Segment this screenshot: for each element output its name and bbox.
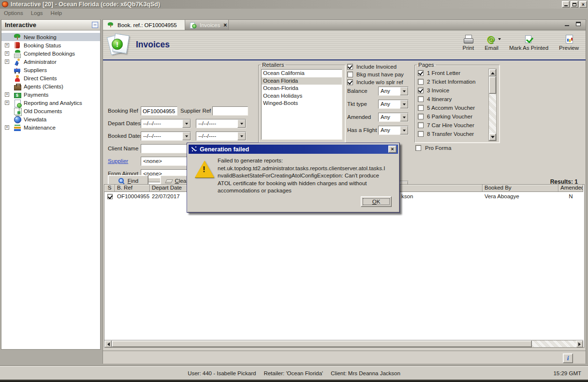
checkbox[interactable] [418, 131, 424, 137]
page-option-6-parking-voucher[interactable]: 6 Parking Voucher [418, 112, 475, 121]
checkbox[interactable] [347, 79, 353, 85]
toolbar-email-button[interactable]: Email [485, 34, 499, 51]
minimize-button[interactable] [562, 1, 570, 8]
flag-include-w-o-splr-ref[interactable]: Include w/o splr ref [347, 78, 404, 86]
dropdown-arrow-icon[interactable] [182, 119, 191, 128]
flag-bkg-must-have-pay[interactable]: Bkg must have pay [347, 71, 404, 78]
sidebar-item-payments[interactable]: + Payments [1, 90, 100, 99]
toolbar-print-button[interactable]: Print [463, 34, 474, 51]
dialog-close-button[interactable]: × [388, 146, 397, 153]
horizontal-scrollbar[interactable] [104, 340, 583, 347]
pro-forma-row[interactable]: Pro Forma [415, 145, 451, 151]
pane-minimize-icon[interactable] [565, 25, 569, 26]
tab-close-icon[interactable]: × [223, 22, 227, 28]
depart-date-to-combo[interactable]: --/--/---- [196, 119, 246, 128]
checkbox[interactable] [418, 79, 424, 85]
maximize-button[interactable] [571, 1, 578, 8]
supplier-link[interactable]: Supplier [108, 157, 128, 164]
dropdown-arrow-icon[interactable] [237, 132, 246, 140]
page-option-8-transfer-voucher[interactable]: 8 Transfer Voucher [418, 130, 475, 138]
scroll-left-button[interactable] [104, 340, 112, 348]
scrollbar-thumb[interactable] [112, 340, 532, 347]
checkbox[interactable] [418, 122, 424, 128]
column-header-booked-by[interactable]: Booked By [483, 185, 559, 192]
tab-book-ref-of10004955[interactable]: Book. ref.: OF10004955 [103, 20, 185, 30]
column-header-depart-date[interactable]: Depart Date [150, 185, 189, 192]
supplier-ref-input[interactable] [212, 106, 248, 116]
sidebar-item-direct-clients[interactable]: + Direct Clients [1, 74, 100, 82]
expand-plus-icon[interactable]: + [5, 125, 9, 130]
page-option-5-accomm-voucher[interactable]: 5 Accomm Voucher [418, 103, 475, 112]
tkt-type-combo[interactable]: Any [378, 100, 409, 109]
retailer-option-ocean-holidays[interactable]: Ocean Holidays [262, 92, 342, 100]
scroll-down-button[interactable] [489, 133, 496, 141]
tab-invoices[interactable]: Invoices × [185, 20, 229, 30]
sidebar-item-reporting-and-analytics[interactable]: + Reporting and Analytics [1, 99, 100, 107]
dropdown-arrow-icon[interactable] [400, 126, 408, 134]
page-option-7-car-hire-voucher[interactable]: 7 Car Hire Voucher [418, 121, 475, 130]
column-header-s[interactable]: S [104, 185, 115, 192]
menu-item-options[interactable]: Options [4, 10, 23, 16]
sidebar-item-administrator[interactable]: + Administrator [1, 58, 100, 66]
dropdown-arrow-icon[interactable] [182, 132, 191, 140]
expand-plus-icon[interactable]: + [5, 101, 9, 105]
checkbox[interactable] [347, 64, 353, 70]
menu-item-help[interactable]: Help [51, 10, 62, 16]
expand-plus-icon[interactable]: + [5, 43, 9, 47]
expand-plus-icon[interactable]: + [5, 51, 9, 56]
row-checkbox[interactable] [107, 194, 113, 199]
scroll-right-button[interactable] [576, 340, 583, 348]
depart-date-from-combo[interactable]: --/--/---- [141, 119, 191, 128]
dropdown-arrow-icon[interactable] [237, 119, 246, 128]
retailer-option-winged-boots[interactable]: Winged-Boots [262, 100, 342, 107]
dropdown-arrow-icon[interactable] [400, 113, 408, 121]
sidebar-item-agents-clients[interactable]: + Agents (Clients) [1, 82, 100, 90]
retailers-listbox[interactable]: Ocean CaliforniaOcean FloridaOcean-Flori… [261, 69, 342, 140]
sidebar-item-suppliers[interactable]: + Suppliers [1, 66, 100, 74]
pro-forma-checkbox[interactable] [415, 145, 421, 151]
checkbox[interactable] [418, 70, 424, 76]
dialog-ok-button[interactable]: OK [361, 196, 392, 207]
toolbar-mark-as-printed-button[interactable]: Mark As Printed [509, 34, 548, 51]
pane-restore-icon[interactable] [576, 22, 581, 26]
sidebar-item-booking-status[interactable]: + Booking Status [1, 41, 100, 49]
column-header-amended[interactable]: Amended [559, 185, 583, 192]
menu-item-logs[interactable]: Logs [31, 10, 43, 16]
toolbar-preview-button[interactable]: Preview [559, 34, 579, 51]
sidebar-collapse-button[interactable]: − [92, 22, 98, 28]
dropdown-arrow-icon[interactable] [400, 100, 408, 108]
sidebar-item-old-documents[interactable]: + Old Documents [1, 107, 100, 115]
dropdown-caret-icon[interactable] [498, 38, 501, 42]
retailer-option-ocean-california[interactable]: Ocean California [262, 70, 342, 77]
sidebar-item-new-booking[interactable]: + New Booking [1, 33, 100, 41]
sidebar-item-viewdata[interactable]: + Viewdata [1, 115, 100, 123]
has-a-flight-combo[interactable]: Any [378, 126, 409, 135]
flag-include-invoiced[interactable]: Include Invoiced [347, 63, 404, 71]
column-header-b-ref[interactable]: B. Ref [115, 185, 150, 192]
checkbox[interactable] [418, 114, 424, 119]
balance-combo[interactable]: Any [378, 87, 409, 96]
row-select-cell[interactable] [104, 194, 115, 199]
scrollbar-thumb[interactable] [489, 76, 496, 94]
checkbox[interactable] [418, 105, 424, 111]
retailer-option-ocean-florida[interactable]: Ocean-Florida [262, 85, 342, 92]
page-option-1-front-letter[interactable]: 1 Front Letter [418, 69, 475, 77]
sidebar-item-maintenance[interactable]: + Maintenance [1, 123, 100, 132]
page-option-2-ticket-information[interactable]: 2 Ticket Information [418, 77, 475, 86]
sidebar-item-completed-bookings[interactable]: + Completed Bookings [1, 49, 100, 58]
checkbox[interactable] [418, 96, 424, 102]
info-button[interactable]: i [563, 353, 573, 363]
expand-plus-icon[interactable]: + [5, 92, 9, 97]
amended-combo[interactable]: Any [378, 113, 409, 122]
page-option-4-itinerary[interactable]: 4 Itinerary [418, 95, 475, 103]
checkbox[interactable] [347, 72, 353, 77]
booking-ref-input[interactable] [141, 106, 177, 116]
scroll-up-button[interactable] [489, 69, 496, 76]
dropdown-arrow-icon[interactable] [400, 87, 408, 95]
close-button[interactable]: × [579, 1, 587, 8]
booked-date-from-combo[interactable]: --/--/---- [141, 132, 191, 141]
pages-scrollbar[interactable] [488, 69, 497, 141]
booked-date-to-combo[interactable]: --/--/---- [196, 132, 246, 141]
page-option-3-invoice[interactable]: 3 Invoice [418, 86, 475, 95]
checkbox[interactable] [418, 88, 424, 93]
